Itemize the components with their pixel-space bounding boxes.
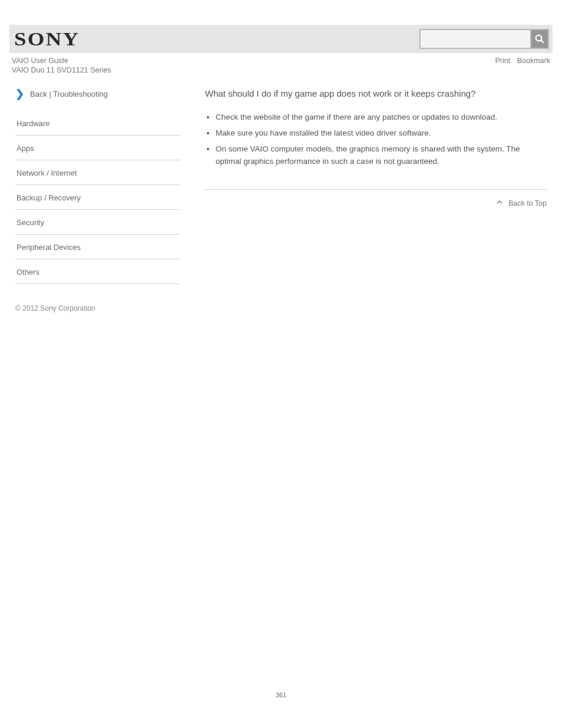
article-bullet: On some VAIO computer models, the graphi… [216, 143, 547, 168]
sidebar-back-label: Back | Troubleshooting [30, 90, 108, 98]
main-article: What should I do if my game app does not… [205, 88, 547, 209]
sidebar-item-apps[interactable]: Apps [15, 136, 180, 160]
back-to-top-label: Back to Top [508, 199, 547, 207]
article-title: What should I do if my game app does not… [205, 88, 547, 98]
sidebar-list: Hardware Apps Network / Internet Backup … [15, 111, 180, 284]
back-to-top[interactable]: Back to Top [205, 198, 547, 209]
search-button[interactable] [531, 29, 549, 49]
product-line: VAIO Duo 11 SVD1121 Series [9, 66, 553, 74]
sidebar-item-backup[interactable]: Backup / Recovery [15, 185, 180, 210]
svg-line-1 [541, 40, 544, 43]
brand-logo: SONY [14, 28, 80, 50]
sidebar-item-others[interactable]: Others [15, 259, 180, 284]
sidebar-item-hardware[interactable]: Hardware [15, 111, 180, 136]
topbar: SONY [9, 25, 553, 53]
page-number: 361 [0, 691, 562, 699]
bookmark-link[interactable]: Bookmark [517, 57, 550, 65]
sidebar-item-security[interactable]: Security [15, 210, 180, 235]
svg-point-0 [536, 35, 542, 41]
sidebar-item-peripheral[interactable]: Peripheral Devices [15, 235, 180, 259]
search-input[interactable] [419, 29, 531, 49]
guide-label: VAIO User Guide [12, 57, 68, 65]
search-icon [534, 34, 545, 44]
sidebar-back[interactable]: ❯ Back | Troubleshooting [15, 88, 180, 99]
print-link[interactable]: Print [495, 57, 511, 65]
article-separator [205, 189, 547, 190]
search [419, 29, 549, 49]
article-bullet: Check the website of the game if there a… [216, 111, 547, 124]
article-bullet: Make sure you have installed the latest … [216, 127, 547, 140]
article-body: Check the website of the game if there a… [205, 111, 547, 209]
sidebar-item-network[interactable]: Network / Internet [15, 160, 180, 185]
sidebar: ❯ Back | Troubleshooting Hardware Apps N… [15, 88, 180, 284]
copyright: © 2012 Sony Corporation [9, 304, 553, 312]
chevron-up-icon [497, 197, 503, 209]
below-bar: VAIO User Guide Print Bookmark [9, 53, 553, 65]
chevron-right-icon: ❯ [15, 88, 24, 99]
